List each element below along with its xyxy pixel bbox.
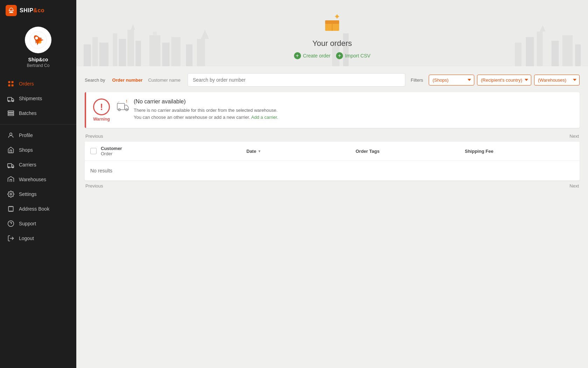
col-order-label: Order: [101, 151, 246, 156]
orders-icon: [7, 80, 15, 88]
search-tabs: Order number Customer name: [111, 77, 182, 83]
sidebar-main-nav: Orders Shipments Batches: [0, 75, 76, 122]
import-csv-button[interactable]: + Import CSV: [336, 52, 370, 59]
create-order-plus-icon: +: [294, 52, 301, 59]
col-fee-header: Shipping Fee: [465, 149, 574, 154]
table-header: Customer Order Date ▼ Order Tags Shippin…: [85, 142, 580, 161]
warning-truck-icon: !: [117, 99, 130, 114]
warning-line1: There is no carrier available for this o…: [134, 107, 278, 114]
search-by-label: Search by: [85, 77, 105, 83]
sidebar-item-shops-label: Shops: [19, 147, 33, 153]
sidebar-item-carriers[interactable]: Carriers: [0, 157, 76, 172]
warning-content: ! (No carrier available) There is no car…: [117, 98, 573, 121]
carriers-icon: [7, 161, 15, 169]
sidebar-item-profile[interactable]: Profile: [0, 128, 76, 143]
add-carrier-link[interactable]: Add a carrier.: [251, 115, 278, 120]
batches-icon: [7, 109, 15, 117]
col-fee-label: Shipping Fee: [465, 149, 493, 154]
support-icon: [7, 220, 15, 227]
search-tab-order-number[interactable]: Order number: [111, 77, 144, 83]
sidebar-item-support-label: Support: [19, 221, 36, 226]
svg-rect-8: [12, 81, 14, 83]
warning-line2: You can choose an other warehouse or add…: [134, 114, 278, 121]
svg-rect-7: [8, 81, 10, 83]
sidebar-item-orders[interactable]: Orders: [0, 76, 76, 91]
previous-button-top[interactable]: Previous: [85, 134, 103, 139]
svg-point-28: [8, 221, 14, 227]
hero-section: Your orders + Create order + Import CSV: [76, 0, 588, 66]
col-tags-header: Order Tags: [356, 149, 465, 154]
hero-actions: + Create order + Import CSV: [83, 52, 581, 59]
warning-exclamation-icon: !: [93, 98, 110, 115]
sidebar-item-settings[interactable]: Settings: [0, 187, 76, 202]
select-all-checkbox-wrap: [90, 148, 101, 154]
table-body: No results: [85, 161, 580, 180]
sidebar-item-orders-label: Orders: [19, 81, 34, 87]
sidebar-item-address-book-label: Address Book: [19, 206, 49, 212]
sidebar-item-carriers-label: Carriers: [19, 162, 36, 168]
svg-rect-10: [12, 84, 14, 87]
sidebar-item-support[interactable]: Support: [0, 216, 76, 231]
sidebar-secondary-nav: Profile Shops Carriers Warehouses: [0, 127, 76, 247]
logout-icon: [7, 234, 15, 242]
search-tab-customer-name[interactable]: Customer name: [147, 77, 182, 83]
search-input[interactable]: [188, 73, 405, 87]
filter-shops-select[interactable]: (Shops): [429, 75, 474, 86]
sidebar-divider-1: [0, 124, 76, 124]
box-icon: [83, 11, 581, 37]
svg-rect-16: [8, 114, 14, 115]
search-filter-area: Search by Order number Customer name Fil…: [85, 73, 580, 87]
sidebar-item-address-book[interactable]: Address Book: [0, 202, 76, 216]
filters-label: Filters: [411, 77, 423, 83]
orders-table: Customer Order Date ▼ Order Tags Shippin…: [85, 142, 580, 180]
sort-arrow-icon: ▼: [258, 149, 261, 153]
sidebar: SHIP&co Ship&co Bertrand Co: [0, 0, 76, 368]
warning-title: (No carrier available): [134, 98, 278, 105]
hero-title: Your orders: [83, 39, 581, 48]
orders-content: Search by Order number Customer name Fil…: [76, 66, 588, 198]
sidebar-item-warehouses-label: Warehouses: [19, 177, 46, 182]
next-button-top[interactable]: Next: [569, 134, 579, 139]
avatar: [25, 27, 51, 53]
sidebar-item-logout[interactable]: Logout: [0, 231, 76, 246]
shipments-icon: [7, 95, 15, 102]
col-customer-order: Customer Order: [101, 146, 246, 156]
sidebar-item-settings-label: Settings: [19, 191, 37, 197]
next-button-bottom[interactable]: Next: [569, 183, 579, 189]
profile-company: Bertrand Co: [27, 63, 50, 68]
svg-point-17: [10, 133, 12, 135]
import-csv-label: Import CSV: [345, 53, 370, 59]
svg-line-66: [117, 101, 119, 103]
sidebar-item-warehouses[interactable]: Warehouses: [0, 172, 76, 187]
main-content: Your orders + Create order + Import CSV …: [76, 0, 588, 368]
hero-content: Your orders + Create order + Import CSV: [83, 11, 581, 59]
create-order-button[interactable]: + Create order: [294, 52, 331, 59]
filter-country-select[interactable]: (Recipient's country): [477, 75, 531, 86]
no-results-message: No results: [90, 168, 574, 173]
select-all-checkbox[interactable]: [90, 148, 97, 154]
profile-name: Ship&co: [28, 57, 48, 62]
profile-icon: [7, 131, 15, 139]
search-input-wrap: [188, 73, 405, 87]
sidebar-item-batches[interactable]: Batches: [0, 106, 76, 121]
svg-rect-63: [117, 103, 125, 110]
sidebar-item-batches-label: Batches: [19, 110, 37, 116]
settings-icon: [7, 190, 15, 198]
warning-icon-wrap: ! Warning: [93, 98, 110, 122]
col-date-header[interactable]: Date ▼: [246, 149, 356, 154]
warning-label: Warning: [93, 117, 110, 122]
previous-button-bottom[interactable]: Previous: [85, 183, 103, 189]
svg-rect-9: [8, 84, 10, 87]
pagination-top: Previous Next: [85, 134, 580, 139]
svg-rect-15: [8, 113, 14, 114]
sidebar-item-shops[interactable]: Shops: [0, 143, 76, 157]
search-tab-separator: [144, 77, 147, 83]
svg-text:!: !: [126, 100, 127, 103]
col-date-label: Date: [246, 149, 256, 154]
pagination-bottom: Previous Next: [85, 183, 580, 189]
filter-warehouses-select[interactable]: (Warehouses): [534, 75, 580, 86]
logo-text: SHIP&co: [20, 7, 44, 14]
warehouses-icon: [7, 176, 15, 183]
col-customer-label: Customer: [101, 146, 246, 151]
sidebar-item-shipments[interactable]: Shipments: [0, 91, 76, 106]
